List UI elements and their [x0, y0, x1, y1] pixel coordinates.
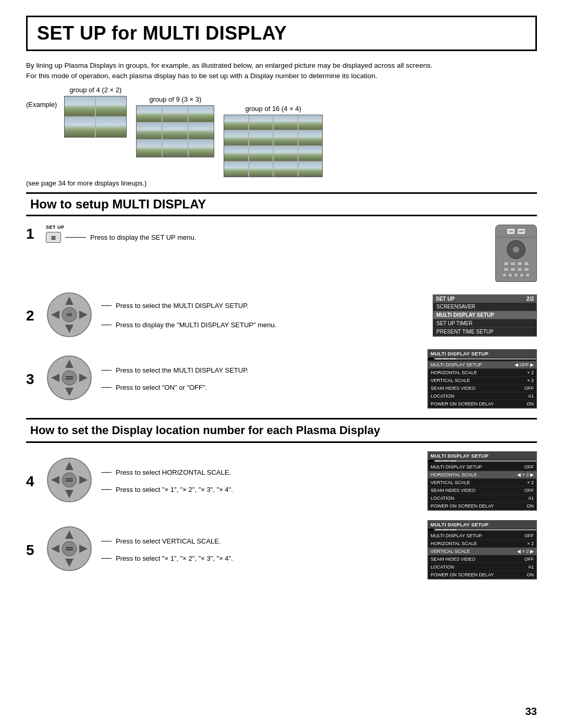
- row-value: × 2: [527, 541, 534, 546]
- step-3-row: 3 Press to select the MULTI DISPLAY SETU…: [26, 349, 537, 409]
- svg-rect-6: [67, 313, 72, 316]
- remote-small-btn-1: [504, 262, 509, 266]
- remote-small-btn-12: [520, 273, 524, 277]
- step-4-row: 4 Press to select HORIZONTAL SCALE. Pres: [26, 451, 537, 511]
- row-value: ON: [527, 572, 534, 577]
- row-value: OFF: [524, 464, 534, 470]
- row-label: VERTICAL SCALE: [431, 378, 470, 383]
- row-value: A1: [528, 393, 534, 399]
- remote-small-btn-11: [514, 273, 518, 277]
- group3-label: group of 16 (4 × 4): [246, 105, 301, 113]
- svg-point-12: [62, 371, 77, 385]
- step-2-instruction1: Press to select the MULTI DISPLAY SETUP.: [116, 302, 249, 310]
- main-title-box: SET UP for MULTI DISPLAY: [26, 16, 537, 51]
- multi-screen-5-title: MULTI DISPLAY SETUP: [428, 521, 536, 528]
- dpad-svg-5: [46, 525, 93, 572]
- step-5-instructions: Press to select VERTICAL SCALE. Press to…: [101, 537, 419, 562]
- step-2-instructions: Press to select the MULTI DISPLAY SETUP.…: [101, 302, 424, 329]
- multi-row-3-5: LOCATION A1: [428, 392, 536, 400]
- step-4-number: 4: [26, 473, 43, 490]
- multi-row-3-3: VERTICAL SCALE × 2: [428, 377, 536, 385]
- row-value: OFF: [524, 488, 534, 493]
- remote-small-btn-8: [524, 267, 529, 272]
- svg-rect-22: [66, 480, 73, 482]
- row-label: LOCATION: [431, 496, 454, 501]
- step-5-instruction2: Press to select "× 1", "× 2", "× 3", "× …: [116, 554, 233, 562]
- row-label: POWER ON SCREEN DELAY: [431, 503, 494, 509]
- indicator-bar-4: [428, 460, 536, 462]
- step-3-dpad: [46, 354, 93, 403]
- menu-item-present-time: PRESENT TIME SETUP: [433, 328, 536, 336]
- remote-small-btn-7: [517, 267, 522, 272]
- setup-btn-label: SET UP: [46, 225, 196, 230]
- multi-row-5-1: MULTI DISPLAY SETUP OFF: [428, 532, 536, 540]
- menu-item-timer: SET UP TIMER: [433, 319, 536, 328]
- step-2-instruction2: Press to display the "MULTI DISPLAY SETU…: [116, 321, 276, 329]
- step-3-instruction2: Press to select "ON" or "OFF".: [116, 384, 207, 391]
- remote-small-btn-13: [525, 273, 530, 277]
- setup-button-icon[interactable]: ≣: [46, 232, 61, 243]
- row-label: LOCATION: [431, 564, 454, 570]
- row-value: × 2: [527, 370, 534, 375]
- row-label: MULTI DISPLAY SETUP: [431, 362, 482, 367]
- row-label: POWER ON SCREEN DELAY: [431, 572, 494, 577]
- example-label: (Example): [26, 101, 57, 108]
- setup-menu-screen: SET UP 2/2 SCREENSAVER MULTI DISPLAY SET…: [433, 294, 537, 337]
- multi-row-5-4: SEAM HIDES VIDEO OFF: [428, 556, 536, 563]
- remote-dpad-center: [513, 246, 519, 253]
- step-3-instruction1: Press to select the MULTI DISPLAY SETUP.: [116, 366, 249, 374]
- multi-display-screen-5: MULTI DISPLAY SETUP MULTI DISPLAY SETUP …: [427, 520, 537, 579]
- remote-small-btn-4: [524, 262, 529, 266]
- row-value: OFF: [524, 533, 534, 538]
- dpad-svg-4: [46, 456, 93, 503]
- svg-rect-13: [66, 376, 73, 377]
- row-label: HORIZONTAL SCALE: [431, 370, 477, 375]
- svg-rect-30: [66, 549, 73, 550]
- step-3-number: 3: [26, 371, 43, 388]
- row-label: HORIZONTAL SCALE: [431, 472, 477, 477]
- row-value: ◀ OFF ▶: [515, 362, 534, 367]
- row-value: × 2: [527, 378, 534, 383]
- grid-2x2: [64, 96, 127, 138]
- multi-row-5-3: VERTICAL SCALE ◀ × 2 ▶: [428, 548, 536, 556]
- step-5-instruction1: Press to select VERTICAL SCALE.: [116, 537, 221, 545]
- example-group-3: group of 16 (4 × 4): [224, 105, 323, 177]
- step-4-instruction1: Press to select HORIZONTAL SCALE.: [116, 468, 231, 476]
- step-5-dpad: [46, 525, 93, 574]
- section2-title: How to set the Display location number f…: [30, 424, 533, 437]
- step-5-row: 5 Press to select VERTICAL SCALE. Press: [26, 520, 537, 579]
- step-5-number: 5: [26, 542, 43, 559]
- remote-off-btn: OFF: [517, 228, 525, 235]
- row-label: VERTICAL SCALE: [431, 549, 470, 554]
- multi-row-5-2: HORIZONTAL SCALE × 2: [428, 540, 536, 548]
- row-value: OFF: [524, 386, 534, 391]
- dpad-svg-2: [46, 291, 93, 338]
- intro-line1: By lining up Plasma Displays in groups, …: [26, 60, 537, 71]
- svg-rect-14: [66, 378, 73, 379]
- multi-row-4-5: LOCATION A1: [428, 495, 536, 502]
- multi-row-5-6: POWER ON SCREEN DELAY ON: [428, 571, 536, 579]
- multi-row-4-4: SEAM HIDES VIDEO OFF: [428, 487, 536, 495]
- row-label: SEAM HIDES VIDEO: [431, 386, 475, 391]
- menu-icon: ≣: [51, 233, 56, 241]
- multi-display-screen-3: MULTI DISPLAY SETUP MULTI DISPLAY SETUP …: [427, 349, 537, 409]
- multi-display-screen-4: MULTI DISPLAY SETUP MULTI DISPLAY SETUP …: [427, 451, 537, 511]
- example-group-2: group of 9 (3 × 3): [136, 95, 214, 157]
- see-page: (see page 34 for more displays lineups.): [26, 179, 537, 187]
- remote-small-btn-5: [504, 267, 509, 272]
- svg-point-28: [62, 541, 77, 556]
- remote-dpad-mini: [507, 240, 525, 259]
- multi-row-4-1: MULTI DISPLAY SETUP OFF: [428, 463, 536, 471]
- row-label: HORIZONTAL SCALE: [431, 541, 477, 546]
- row-value: ◀ × 2 ▶: [517, 472, 534, 477]
- multi-screen-4-title: MULTI DISPLAY SETUP: [428, 452, 536, 460]
- multi-screen-3-title: MULTI DISPLAY SETUP: [428, 350, 536, 357]
- setup-menu-header: SET UP 2/2: [433, 295, 536, 303]
- menu-item-screensaver: SCREENSAVER: [433, 303, 536, 311]
- section1-title: How to setup MULTI DISPLAY: [30, 197, 533, 212]
- remote-small-btn-9: [503, 273, 507, 277]
- svg-rect-21: [66, 478, 73, 479]
- row-label: SEAM HIDES VIDEO: [431, 557, 475, 562]
- step-4-dpad: [46, 456, 93, 505]
- intro-line2: For this mode of operation, each plasma …: [26, 71, 537, 81]
